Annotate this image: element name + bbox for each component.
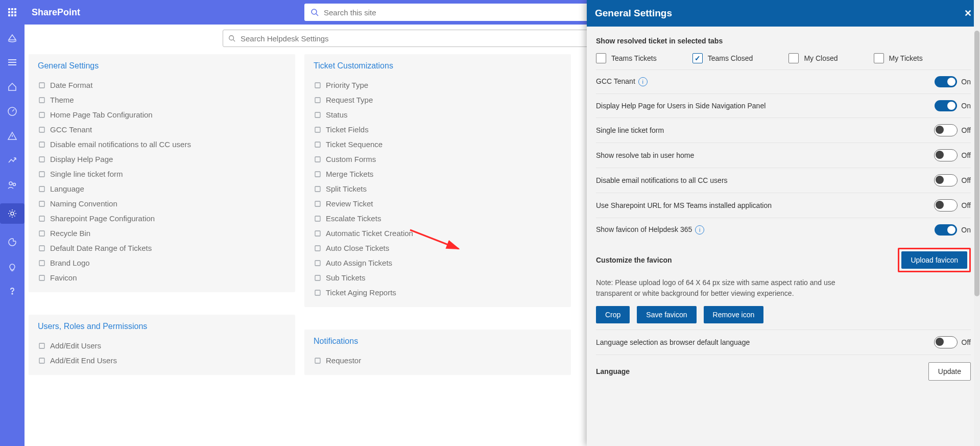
- chart-icon[interactable]: [6, 154, 18, 167]
- svg-rect-26: [39, 261, 44, 266]
- toggle-state: On: [961, 78, 971, 86]
- info-icon[interactable]: i: [638, 77, 648, 86]
- settings-link[interactable]: Naming Convention: [38, 196, 286, 211]
- item-icon: [38, 244, 46, 252]
- crop-button[interactable]: Crop: [596, 306, 630, 323]
- svg-rect-44: [315, 290, 320, 295]
- item-icon: [314, 215, 322, 223]
- boat-icon[interactable]: [6, 32, 18, 44]
- item-icon: [38, 155, 46, 163]
- svg-rect-43: [315, 275, 320, 280]
- settings-link[interactable]: Single line ticket form: [38, 167, 286, 181]
- settings-link[interactable]: Default Date Range of Tickets: [38, 241, 286, 255]
- svg-rect-31: [315, 98, 320, 103]
- settings-link[interactable]: Display Help Page: [38, 152, 286, 167]
- info-icon[interactable]: i: [695, 225, 704, 234]
- item-label: Home Page Tab Configuration: [50, 110, 153, 119]
- settings-search[interactable]: [223, 30, 591, 47]
- people-icon[interactable]: [6, 179, 18, 191]
- item-label: Split Tickets: [326, 184, 367, 193]
- toggle[interactable]: Off: [934, 174, 971, 186]
- svg-point-7: [9, 182, 12, 185]
- settings-link[interactable]: Request Type: [314, 92, 562, 107]
- settings-link[interactable]: Theme: [38, 92, 286, 107]
- toggle[interactable]: On: [935, 224, 971, 236]
- svg-rect-35: [315, 157, 320, 162]
- customize-favicon-title: Customize the favicon: [596, 256, 672, 264]
- close-button[interactable]: ✕: [964, 8, 972, 19]
- gauge-icon[interactable]: [6, 105, 18, 118]
- menu-icon[interactable]: [6, 56, 18, 68]
- setting-row: Use Sharepoint URL for MS Teams installe…: [596, 193, 971, 218]
- search-icon: [310, 8, 319, 16]
- settings-link[interactable]: Add/Edit Users: [38, 338, 286, 353]
- toggle[interactable]: Off: [934, 124, 971, 136]
- checkbox-teams-closed[interactable]: Teams Closed: [692, 53, 753, 63]
- help-icon[interactable]: [6, 285, 18, 297]
- settings-link[interactable]: Ticket Sequence: [314, 137, 562, 152]
- settings-link[interactable]: Escalate Tickets: [314, 211, 562, 226]
- svg-rect-27: [39, 275, 44, 280]
- settings-link[interactable]: Auto Close Tickets: [314, 241, 562, 255]
- settings-link[interactable]: Merge Tickets: [314, 167, 562, 181]
- global-search-input[interactable]: [323, 8, 617, 17]
- checkbox-my-closed[interactable]: My Closed: [788, 53, 838, 63]
- bulb-icon[interactable]: [6, 261, 18, 273]
- settings-link[interactable]: Requestor: [314, 353, 562, 368]
- svg-rect-32: [315, 112, 320, 118]
- toggle[interactable]: Off: [934, 199, 971, 212]
- update-button[interactable]: Update: [928, 362, 971, 381]
- settings-link[interactable]: Recycle Bin: [38, 226, 286, 241]
- global-search[interactable]: [304, 4, 623, 21]
- settings-link[interactable]: Sub Tickets: [314, 270, 562, 285]
- panel-scrollbar[interactable]: [974, 0, 980, 446]
- settings-link[interactable]: Custom Forms: [314, 152, 562, 167]
- item-label: Favicon: [50, 273, 77, 282]
- remove-icon-button[interactable]: Remove icon: [704, 306, 764, 323]
- toggle[interactable]: On: [935, 76, 971, 87]
- panel-header: General Settings ✕: [587, 0, 980, 27]
- svg-line-1: [316, 14, 318, 16]
- settings-link[interactable]: Ticket Aging Reports: [314, 285, 562, 300]
- item-icon: [38, 259, 46, 267]
- settings-link[interactable]: Review Ticket: [314, 196, 562, 211]
- settings-link[interactable]: Date Format: [38, 78, 286, 92]
- svg-rect-25: [39, 246, 44, 251]
- app-launcher-button[interactable]: [0, 8, 25, 16]
- item-icon: [38, 342, 46, 350]
- settings-link[interactable]: Add/Edit End Users: [38, 353, 286, 368]
- item-label: Status: [326, 110, 348, 119]
- item-label: Automatic Ticket Creation: [326, 229, 413, 238]
- settings-link[interactable]: Automatic Ticket Creation: [314, 226, 562, 241]
- upload-favicon-button[interactable]: Upload favicon: [901, 251, 967, 269]
- settings-link[interactable]: Split Tickets: [314, 181, 562, 196]
- settings-link[interactable]: Disable email notifications to all CC us…: [38, 137, 286, 152]
- toggle[interactable]: Off: [934, 336, 971, 348]
- home-icon[interactable]: [6, 81, 18, 93]
- alert-icon[interactable]: [6, 130, 18, 142]
- save-favicon-button[interactable]: Save favicon: [637, 306, 696, 323]
- settings-link[interactable]: Status: [314, 107, 562, 122]
- settings-link[interactable]: GCC Tenant: [38, 122, 286, 137]
- search-icon: [228, 35, 235, 42]
- settings-link[interactable]: Priority Type: [314, 78, 562, 92]
- settings-link[interactable]: Ticket Fields: [314, 122, 562, 137]
- item-label: Requestor: [326, 356, 361, 365]
- settings-search-input[interactable]: [240, 34, 586, 43]
- checkbox-teams-tickets[interactable]: Teams Tickets: [596, 53, 657, 63]
- palette-icon[interactable]: [6, 236, 18, 248]
- settings-link[interactable]: Auto Assign Tickets: [314, 255, 562, 270]
- settings-link[interactable]: Language: [38, 181, 286, 196]
- settings-link[interactable]: Brand Logo: [38, 255, 286, 270]
- settings-icon[interactable]: [0, 203, 25, 224]
- svg-rect-18: [39, 142, 44, 147]
- checkbox-icon: [692, 53, 703, 63]
- checkbox-my-tickets[interactable]: My Tickets: [874, 53, 923, 63]
- settings-link[interactable]: Sharepoint Page Configuration: [38, 211, 286, 226]
- setting-label: Display Help Page for Users in Side Navi…: [596, 102, 766, 110]
- settings-link[interactable]: Favicon: [38, 270, 286, 285]
- toggle[interactable]: Off: [934, 149, 971, 161]
- settings-link[interactable]: Home Page Tab Configuration: [38, 107, 286, 122]
- toggle[interactable]: On: [935, 100, 971, 111]
- item-label: Brand Logo: [50, 259, 90, 267]
